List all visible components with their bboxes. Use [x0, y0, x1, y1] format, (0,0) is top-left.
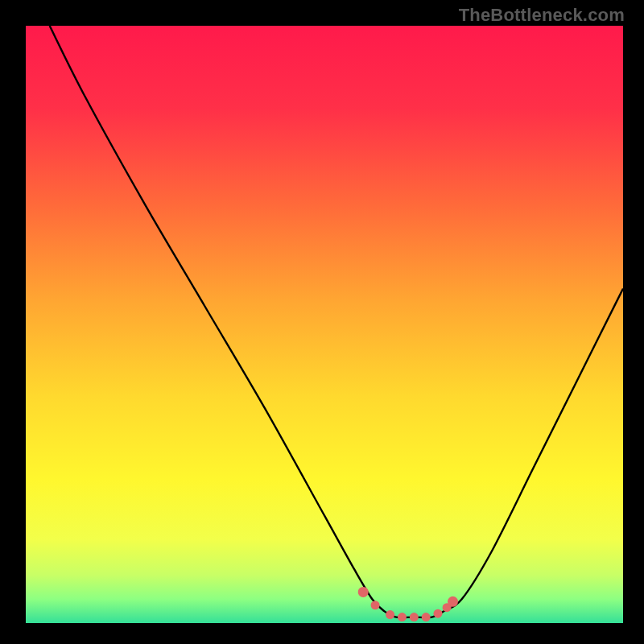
- watermark-text: TheBottleneck.com: [459, 5, 625, 26]
- optimal-dot: [433, 609, 442, 618]
- chart-svg: [26, 26, 623, 623]
- optimal-dot: [422, 613, 431, 621]
- optimal-dot: [448, 597, 458, 607]
- optimal-dot: [358, 587, 369, 597]
- optimal-dot: [410, 613, 419, 621]
- optimal-dot: [371, 601, 380, 609]
- chart-frame: TheBottleneck.com: [0, 0, 644, 644]
- gradient-bg: [26, 26, 623, 623]
- plot-area: [26, 26, 623, 623]
- optimal-dot: [398, 613, 407, 621]
- optimal-dot: [386, 610, 394, 619]
